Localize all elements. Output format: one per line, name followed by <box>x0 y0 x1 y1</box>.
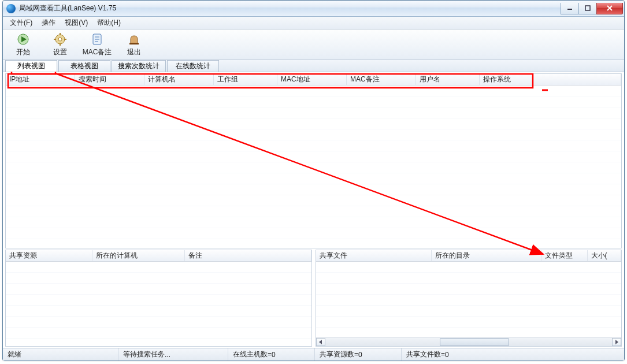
share-file-grid[interactable]: 共享文件 所在的目录 文件类型 大小( <box>316 250 622 347</box>
toolbar-macnote-button[interactable]: MAC备注 <box>79 31 115 59</box>
titlebar[interactable]: 局域网查看工具(LanSee) V1.75 <box>3 1 624 17</box>
main-grid[interactable]: IP地址 搜索时间 计算机名 工作组 MAC地址 MAC备注 用户名 操作系统 <box>5 73 622 248</box>
toolbar: 开始 设置 MAC备注 退出 <box>3 29 624 60</box>
tab-onlinestats[interactable]: 在线数统计 <box>167 60 219 72</box>
chevron-right-icon <box>615 340 618 344</box>
status-online-hosts-label: 在线主机数= <box>233 350 272 359</box>
status-online-hosts-value: 0 <box>272 351 276 359</box>
lower-split: 共享资源 所在的计算机 备注 共享文件 所在的目录 文件类型 大小( <box>3 250 624 348</box>
chevron-left-icon <box>319 340 322 344</box>
col-workgroup[interactable]: 工作组 <box>214 74 277 85</box>
status-waiting: 等待搜索任务... <box>118 348 228 361</box>
note-icon <box>90 32 104 46</box>
maximize-icon <box>585 5 591 11</box>
col-file-size[interactable]: 大小( <box>588 250 622 261</box>
tab-onlinestats-label: 在线数统计 <box>176 61 210 71</box>
col-mac[interactable]: MAC地址 <box>277 74 347 85</box>
scroll-right-button[interactable] <box>612 338 621 346</box>
menubar: 文件(F) 操作 视图(V) 帮助(H) <box>3 17 624 29</box>
tabstrip: 列表视图 表格视图 搜索次数统计 在线数统计 <box>3 60 624 72</box>
app-window: 局域网查看工具(LanSee) V1.75 文件(F) 操作 视图(V) 帮助(… <box>2 0 625 361</box>
tab-listview-label: 列表视图 <box>17 61 45 71</box>
share-file-hscroll[interactable] <box>316 337 622 346</box>
main-grid-header: IP地址 搜索时间 计算机名 工作组 MAC地址 MAC备注 用户名 操作系统 <box>6 74 621 86</box>
scroll-track[interactable] <box>325 338 613 346</box>
svg-marker-17 <box>319 340 322 344</box>
content-area: IP地址 搜索时间 计算机名 工作组 MAC地址 MAC备注 用户名 操作系统 … <box>3 72 624 348</box>
col-macnote[interactable]: MAC备注 <box>347 74 416 85</box>
tab-searchstats-label: 搜索次数统计 <box>118 61 159 71</box>
toolbar-macnote-label: MAC备注 <box>83 47 112 57</box>
status-share-files: 共享文件数=0 <box>402 348 624 361</box>
col-file-type[interactable]: 文件类型 <box>541 250 588 261</box>
toolbar-settings-button[interactable]: 设置 <box>42 31 78 59</box>
col-share-res[interactable]: 共享资源 <box>6 250 92 261</box>
status-share-files-value: 0 <box>445 351 449 359</box>
maximize-button[interactable] <box>578 3 597 14</box>
minimize-icon <box>567 5 573 11</box>
tab-listview[interactable]: 列表视图 <box>5 60 57 72</box>
col-hostname[interactable]: 计算机名 <box>144 74 214 85</box>
col-os[interactable]: 操作系统 <box>480 74 621 85</box>
share-resource-grid[interactable]: 共享资源 所在的计算机 备注 <box>5 250 312 347</box>
status-waiting-dots: ... <box>165 351 170 359</box>
close-button[interactable] <box>596 3 623 14</box>
col-ip[interactable]: IP地址 <box>6 74 75 85</box>
toolbar-settings-label: 设置 <box>53 47 67 57</box>
gear-icon <box>53 32 67 46</box>
status-share-files-label: 共享文件数= <box>406 350 445 359</box>
menu-operation[interactable]: 操作 <box>37 17 60 29</box>
status-online-hosts: 在线主机数=0 <box>228 348 315 361</box>
svg-rect-1 <box>585 6 590 10</box>
statusbar: 就绪 等待搜索任务... 在线主机数=0 共享资源数=0 共享文件数=0 <box>3 348 624 361</box>
col-share-dir[interactable]: 所在的目录 <box>432 250 541 261</box>
close-icon <box>606 5 613 11</box>
tab-tableview-label: 表格视图 <box>71 61 98 71</box>
window-buttons <box>561 3 623 14</box>
share-resource-header: 共享资源 所在的计算机 备注 <box>6 250 311 262</box>
col-user[interactable]: 用户名 <box>416 74 480 85</box>
menu-view[interactable]: 视图(V) <box>60 17 92 29</box>
menu-file[interactable]: 文件(F) <box>5 17 37 29</box>
main-grid-body[interactable] <box>6 86 621 248</box>
share-file-header: 共享文件 所在的目录 文件类型 大小( <box>316 250 622 262</box>
svg-marker-18 <box>615 340 618 344</box>
window-title: 局域网查看工具(LanSee) V1.75 <box>19 3 561 13</box>
col-share-host[interactable]: 所在的计算机 <box>92 250 185 261</box>
status-share-res: 共享资源数=0 <box>315 348 402 361</box>
status-waiting-text: 等待搜索任务 <box>123 350 165 359</box>
tab-searchstats[interactable]: 搜索次数统计 <box>112 60 166 72</box>
svg-point-7 <box>58 38 62 41</box>
toolbar-start-button[interactable]: 开始 <box>5 31 41 59</box>
minimize-button[interactable] <box>561 3 579 14</box>
tab-tableview[interactable]: 表格视图 <box>58 60 110 72</box>
col-share-file[interactable]: 共享文件 <box>316 250 432 261</box>
svg-rect-16 <box>129 43 139 44</box>
col-searchtime[interactable]: 搜索时间 <box>75 74 144 85</box>
toolbar-exit-button[interactable]: 退出 <box>116 31 152 59</box>
share-resource-body[interactable] <box>6 262 311 346</box>
toolbar-start-label: 开始 <box>16 47 30 57</box>
col-share-note[interactable]: 备注 <box>185 250 311 261</box>
start-icon <box>16 32 30 46</box>
status-share-res-label: 共享资源数= <box>320 350 358 359</box>
share-file-body[interactable] <box>316 262 622 337</box>
status-share-res-value: 0 <box>358 351 362 359</box>
app-icon <box>6 4 16 13</box>
scroll-left-button[interactable] <box>316 338 325 346</box>
scroll-thumb[interactable] <box>440 338 509 346</box>
toolbar-exit-label: 退出 <box>127 47 141 57</box>
menu-help[interactable]: 帮助(H) <box>92 17 125 29</box>
exit-icon <box>127 32 141 46</box>
status-ready: 就绪 <box>3 348 118 361</box>
